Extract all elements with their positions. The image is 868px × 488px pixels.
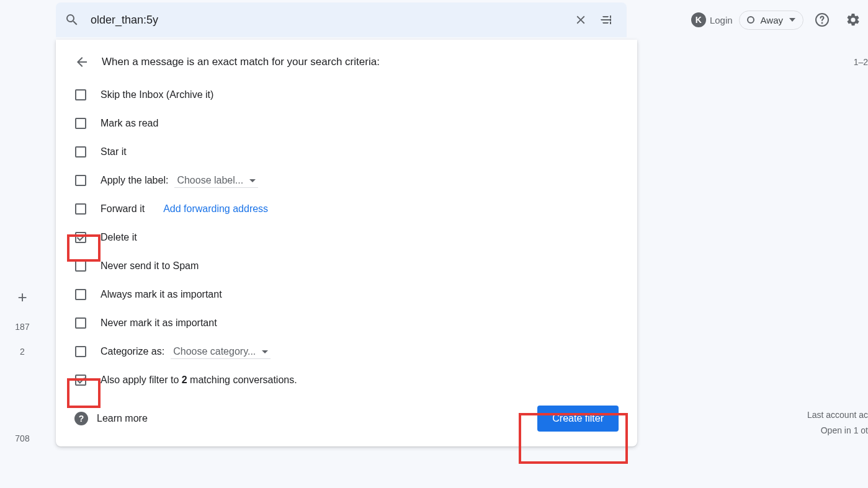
compose-icon[interactable]: + xyxy=(17,288,27,307)
option-label: Never send it to Spam xyxy=(101,260,199,272)
checkbox[interactable] xyxy=(75,346,86,357)
learn-more-link[interactable]: Learn more xyxy=(97,413,148,424)
option-label: Star it xyxy=(101,146,127,157)
option-label: Categorize as: xyxy=(101,346,164,357)
checkbox[interactable] xyxy=(75,260,86,272)
back-arrow-icon[interactable] xyxy=(74,55,89,69)
option-forward-it[interactable]: Forward it Add forwarding address xyxy=(74,195,619,223)
left-count-3: 708 xyxy=(15,433,29,443)
svg-point-1 xyxy=(822,23,823,24)
footer-meta: Last account ac Open in 1 ot xyxy=(807,407,868,438)
category-dropdown[interactable]: Choose category... xyxy=(171,345,271,359)
option-always-important[interactable]: Always mark it as important xyxy=(74,280,619,309)
checkbox[interactable] xyxy=(75,375,86,386)
header-right: K Login Away xyxy=(691,7,868,32)
option-label: Skip the Inbox (Archive it) xyxy=(101,89,213,100)
left-count-1: 187 xyxy=(15,322,29,332)
support-button[interactable] xyxy=(810,7,834,32)
option-never-spam[interactable]: Never send it to Spam xyxy=(74,252,619,280)
option-label: Forward it xyxy=(101,203,145,215)
option-apply-label[interactable]: Apply the label: Choose label... xyxy=(74,166,619,195)
option-label: Always mark it as important xyxy=(101,289,222,300)
left-rail: + 187 2 708 xyxy=(0,40,45,443)
checkbox[interactable] xyxy=(75,317,86,329)
search-options-icon[interactable] xyxy=(593,7,618,32)
settings-button[interactable] xyxy=(841,7,866,32)
login-label: Login xyxy=(710,15,733,25)
login-badge-icon: K xyxy=(691,12,706,27)
option-mark-read[interactable]: Mark as read xyxy=(74,109,619,138)
option-also-apply[interactable]: Also apply filter to 2 matching conversa… xyxy=(74,366,619,394)
option-categorize[interactable]: Categorize as: Choose category... xyxy=(74,337,619,366)
option-label: Apply the label: xyxy=(101,175,168,186)
add-forwarding-link[interactable]: Add forwarding address xyxy=(163,203,268,215)
option-label: Delete it xyxy=(101,232,137,243)
top-bar: K Login Away xyxy=(0,0,868,40)
status-label: Away xyxy=(761,15,783,25)
option-never-important[interactable]: Never mark it as important xyxy=(74,309,619,337)
option-star-it[interactable]: Star it xyxy=(74,138,619,166)
search-bar xyxy=(56,2,627,37)
left-count-2: 2 xyxy=(20,347,25,357)
search-input[interactable] xyxy=(91,14,568,27)
option-label: Never mark it as important xyxy=(101,317,217,329)
login-indicator[interactable]: K Login xyxy=(691,12,733,27)
filter-panel: When a message is an exact match for you… xyxy=(56,40,637,446)
checkbox[interactable] xyxy=(75,289,86,300)
option-delete-it[interactable]: Delete it xyxy=(74,223,619,252)
checkbox[interactable] xyxy=(75,175,86,186)
checkbox[interactable] xyxy=(75,118,86,129)
footer-line: Last account ac xyxy=(807,407,868,423)
pagination-range: 1–2 xyxy=(854,57,868,67)
help-icon[interactable]: ? xyxy=(74,412,88,425)
panel-title: When a message is an exact match for you… xyxy=(102,56,380,68)
away-status-icon xyxy=(747,16,754,24)
checkbox[interactable] xyxy=(75,232,86,243)
create-filter-button[interactable]: Create filter xyxy=(537,406,619,432)
status-dropdown[interactable]: Away xyxy=(739,11,803,30)
option-label: Also apply filter to 2 matching conversa… xyxy=(101,375,297,386)
filter-options-list: Skip the Inbox (Archive it) Mark as read… xyxy=(56,77,637,394)
option-skip-inbox[interactable]: Skip the Inbox (Archive it) xyxy=(74,81,619,109)
checkbox[interactable] xyxy=(75,89,86,100)
checkbox[interactable] xyxy=(75,203,86,215)
clear-search-icon[interactable] xyxy=(568,7,593,32)
panel-footer: ? Learn more Create filter xyxy=(56,394,637,432)
search-icon[interactable] xyxy=(65,12,79,27)
panel-header: When a message is an exact match for you… xyxy=(56,55,637,77)
footer-line: Open in 1 ot xyxy=(807,423,868,438)
option-label: Mark as read xyxy=(101,118,158,129)
checkbox[interactable] xyxy=(75,146,86,157)
chevron-down-icon xyxy=(789,18,795,22)
label-dropdown[interactable]: Choose label... xyxy=(174,174,258,188)
